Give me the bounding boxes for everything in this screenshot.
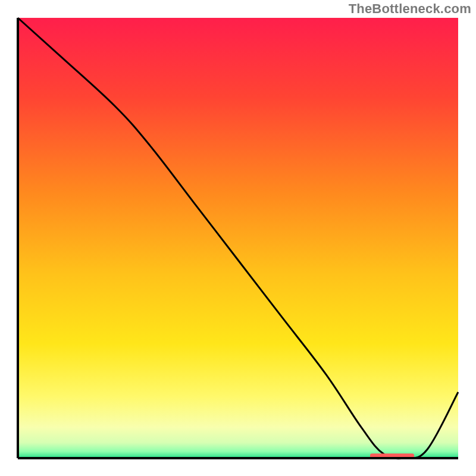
bottleneck-chart bbox=[0, 0, 476, 476]
plot-background bbox=[18, 18, 458, 458]
chart-container: TheBottleneck.com bbox=[0, 0, 476, 476]
watermark-text: TheBottleneck.com bbox=[349, 1, 471, 17]
